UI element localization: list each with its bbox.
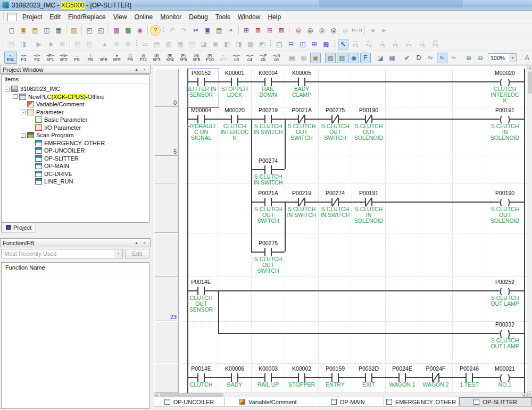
function-category-select[interactable]: Most Recently Used ▼ <box>1 249 123 258</box>
multi-connection-tool[interactable]: ∗sF9 <box>111 52 123 64</box>
zoom-out-icon[interactable]: ⊖ <box>475 53 486 63</box>
tree-item-variable-comment[interactable]: Variable/Comment <box>2 101 149 108</box>
scroll-up-icon[interactable]: ▲ <box>527 65 532 70</box>
tree-item-line-run[interactable]: LINE_RUN <box>2 178 149 186</box>
reset-coil-tool[interactable]: (R)sF4 <box>164 52 177 64</box>
replace-device-icon[interactable]: ◎ <box>317 25 327 36</box>
find-again-icon[interactable]: ◎ <box>340 25 351 36</box>
stop-monitor-icon[interactable]: ⊗ <box>123 39 134 49</box>
label-list-icon[interactable]: ▦ <box>298 53 309 63</box>
tree-item-parameter[interactable]: -Parameter <box>2 108 149 116</box>
document-tab-variable-comment[interactable]: Variable/Comment <box>225 397 312 406</box>
download-icon[interactable]: ◰ <box>72 39 83 49</box>
plc-history-icon[interactable]: ▣ <box>210 39 221 49</box>
zoom-in-icon[interactable]: ⊕ <box>463 53 474 63</box>
zoom-region-icon[interactable]: ◳ <box>6 39 17 49</box>
tree-item-scan-program[interactable]: -Scan Program <box>2 131 149 139</box>
vertical-line-tool[interactable]: |F6 <box>84 52 97 64</box>
scroll-left-icon[interactable]: ◄ <box>154 393 159 397</box>
special-module-monitor-icon[interactable]: F <box>360 53 371 63</box>
replace-icon[interactable]: ◎ <box>328 25 339 36</box>
document-tab-op-slitter[interactable]: OP-SLITTER <box>459 397 532 406</box>
document-tab-op-main[interactable]: OP-MAIN <box>312 397 384 406</box>
scroll-right-icon[interactable]: ► <box>522 393 527 397</box>
tree-item-emergency-other[interactable]: EMERGENCY..OTHER <box>2 139 149 147</box>
tile-vertical-icon[interactable]: ◫ <box>297 39 308 49</box>
delete-line-icon[interactable]: ⊠ <box>276 25 287 36</box>
split-window-icon[interactable]: ⊞ <box>309 39 320 49</box>
tab-project[interactable]: Project <box>1 223 36 232</box>
custom-event-icon[interactable]: ◉ <box>348 53 359 63</box>
tree-expander-icon[interactable]: - <box>21 110 26 114</box>
connection-line-tool[interactable]: →sF8 <box>97 52 110 64</box>
view-variable-comment-icon[interactable]: Vc <box>448 53 459 63</box>
stop-icon[interactable]: ■ <box>45 39 56 49</box>
trend-chart-icon[interactable]: ◪ <box>375 53 386 63</box>
previous-window-icon[interactable]: ◄ <box>367 25 378 36</box>
monitor-line-tool[interactable]: ▭F5 <box>376 38 389 50</box>
set-coil-tool[interactable]: (S)sF3 <box>151 52 163 64</box>
menu-item-edit[interactable]: Edit <box>46 12 64 22</box>
pane-close-icon[interactable]: × <box>141 240 148 246</box>
flash-memory-icon[interactable]: ◫ <box>187 39 197 49</box>
menu-item-help[interactable]: Help <box>264 12 285 22</box>
positive-coil-tool[interactable]: (P)sF5 <box>177 52 190 64</box>
open-contact-tool[interactable]: ⊣⊢F3 <box>18 52 30 64</box>
pane-pin-icon[interactable]: ▲ <box>133 66 140 73</box>
cut-icon[interactable]: ✂ <box>190 25 201 36</box>
monitor-vline-tool[interactable]: ¦F6 <box>389 38 402 50</box>
extended-function-tool[interactable]: ▭sF7 <box>217 52 230 64</box>
find-icon[interactable]: ◎ <box>305 25 315 36</box>
closed-contact-tool[interactable]: ⊣/⊢F4 <box>31 52 44 64</box>
tree-item-op-uncoiler[interactable]: OP-UNCOILER <box>2 147 149 155</box>
program-edit-icon[interactable]: ▣ <box>310 53 321 63</box>
arrange-icons-icon[interactable]: ▩ <box>321 39 331 49</box>
io-monitor-icon[interactable]: ▩ <box>123 25 134 36</box>
delete-icon[interactable]: × <box>226 25 236 36</box>
import-project-icon[interactable]: ▤ <box>30 25 40 36</box>
panel-splitter[interactable] <box>151 65 154 410</box>
redo-icon[interactable]: ↷ <box>179 25 189 36</box>
menu-item-find-replace[interactable]: Find/Replace <box>64 12 110 22</box>
view-device-comment-icon[interactable]: Dc <box>437 53 447 63</box>
menu-item-project[interactable]: Project <box>19 12 46 22</box>
io-skip-icon[interactable]: ▩ <box>245 39 256 49</box>
tree-expander-icon[interactable]: - <box>13 94 18 99</box>
paste-icon[interactable]: ▤ <box>214 25 225 36</box>
negative-contact-tool[interactable]: ⊣N⊢sF2 <box>57 52 70 64</box>
function-block-tool[interactable]: (F)F10 <box>204 52 217 64</box>
forced-io-icon[interactable]: ◨ <box>234 39 244 49</box>
tree-item-dc-drive[interactable]: DC-DRIVE <box>2 170 149 178</box>
fault-mask-icon[interactable]: ◩ <box>257 39 268 49</box>
connect-icon[interactable]: ▭ <box>140 39 151 49</box>
positive-contact-tool[interactable]: ⊣P⊢sF1 <box>44 52 57 64</box>
tree-item-31082023-imc[interactable]: -31082023_IMC <box>2 85 149 93</box>
insert-cell-icon[interactable]: ⊞ <box>241 25 252 36</box>
upload-icon[interactable]: ◱ <box>84 39 95 49</box>
coil-tool[interactable]: ( )F9 <box>124 52 137 64</box>
mode-run-icon[interactable]: ▦ <box>175 39 186 49</box>
monitor-coil-tool[interactable]: ( )F8 <box>416 38 429 50</box>
open-project-icon[interactable]: ▣ <box>18 25 29 36</box>
document-tab-emergency-other[interactable]: EMERGENCY..OTHER <box>384 397 459 406</box>
zoom-level-select[interactable]: 100%▼ <box>488 53 517 62</box>
horizontal-line-tool[interactable]: —F5 <box>71 52 84 64</box>
increase-font-icon[interactable]: A <box>522 53 532 63</box>
tree-item-basic-parameter[interactable]: Basic Parameter <box>2 116 149 124</box>
horizontal-scroll-thumb[interactable] <box>160 393 223 397</box>
tree-item-newplc-xgk-cpus-offline[interactable]: -NewPLC(XGK-CPUS)-Offline <box>2 93 149 101</box>
escape-tool[interactable]: ↖Esc <box>4 52 17 64</box>
read-from-plc-icon[interactable]: ◱ <box>96 25 106 36</box>
rising-pulse-closed-tool[interactable]: ⊣↑Pc5 <box>257 52 270 64</box>
scroll-down-icon[interactable]: ▼ <box>527 391 532 397</box>
monitor-closed-contact-tool[interactable]: ⊣/⊢F4 <box>363 38 376 50</box>
chevron-down-icon[interactable]: ▼ <box>509 54 516 62</box>
write-icon[interactable]: ▤ <box>152 39 162 49</box>
edit-button[interactable]: Edit <box>125 249 149 258</box>
pause-monitor-icon[interactable]: ⊘ <box>111 39 122 49</box>
menu-item-monitor[interactable]: Monitor <box>156 12 185 22</box>
negative-coil-tool[interactable]: (N)sF6 <box>190 52 203 64</box>
tree-item-i-o-parameter[interactable]: I/O Parameter <box>2 124 149 132</box>
closed-coil-tool[interactable]: (/)F11 <box>137 52 150 64</box>
clipboard-icon[interactable]: ▥ <box>69 25 79 36</box>
